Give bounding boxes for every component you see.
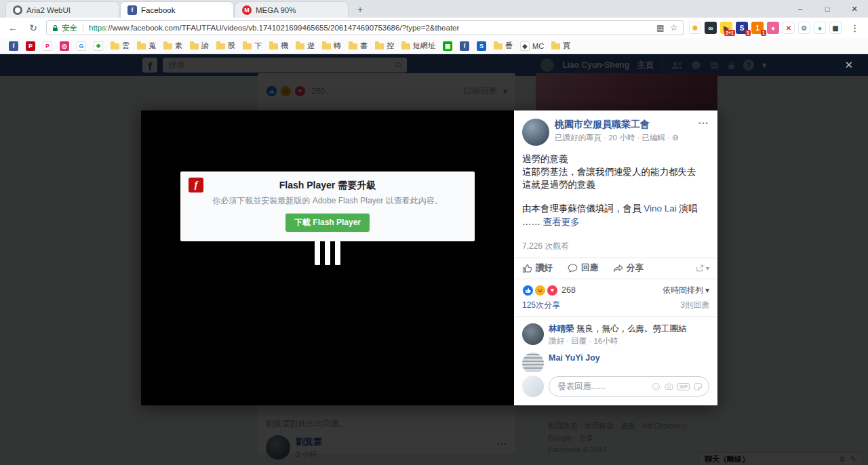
close-window-button[interactable]: ✕ (841, 0, 868, 18)
commenter-avatar[interactable] (522, 323, 544, 345)
bookmark-item[interactable]: 下 (239, 41, 265, 51)
tab-favicon (13, 5, 22, 15)
folder-icon (163, 43, 172, 49)
video-player[interactable]: f Flash Player 需要升級 你必須下載並安裝最新版的 Adobe F… (141, 110, 514, 405)
extension-icon[interactable]: S1 (736, 22, 748, 34)
extension-icon[interactable]: ✕ (783, 22, 795, 34)
extension-icon[interactable]: ⚙ (798, 22, 810, 34)
commenter-name-link[interactable]: Mai YuYi Joy (549, 353, 600, 363)
browser-tab[interactable]: Aria2 WebUI (5, 1, 119, 18)
commenter-avatar[interactable] (522, 352, 544, 371)
comment-sort-dropdown[interactable]: 依時間排列 ▾ (663, 285, 709, 296)
maximize-button[interactable]: □ (814, 0, 841, 18)
bookmark-item[interactable]: S (473, 41, 490, 51)
bookmark-item[interactable]: 股 (213, 41, 239, 51)
extension-icon[interactable]: ∞ (705, 22, 717, 34)
folder-icon (296, 43, 304, 49)
see-more-link[interactable]: 查看更多 (543, 217, 580, 227)
extension-icon[interactable]: 11 (751, 22, 764, 34)
bookmark-star-icon[interactable]: ☆ (670, 23, 677, 33)
bookmark-item[interactable]: 買 (548, 41, 574, 51)
love-reaction-icon: ♥ (547, 285, 558, 296)
bookmark-favicon: P (43, 41, 52, 51)
close-theater-button[interactable]: ✕ (844, 60, 853, 70)
extension-icon[interactable]: ● (814, 22, 826, 34)
back-button[interactable]: ← (5, 22, 20, 33)
commenter-name-link[interactable]: 林晴榮 (549, 324, 574, 333)
bookmark-label: 短網址 (413, 41, 435, 51)
bookmark-item[interactable]: ◆MC (517, 41, 547, 51)
bookmark-item[interactable]: 遊 (292, 41, 318, 51)
bookmark-label: 雲 (122, 41, 130, 51)
share-count-link[interactable]: 125次分享 (522, 300, 560, 311)
privacy-globe-icon (672, 134, 679, 141)
extension-icon[interactable]: ♦ (767, 22, 779, 34)
bookmark-item[interactable]: 雲 (107, 41, 133, 51)
bookmark-item[interactable]: 控 (372, 41, 397, 51)
extension-icon[interactable]: ✱ (689, 22, 701, 34)
loading-indicator (315, 241, 340, 265)
page-action-icon[interactable]: ▦ (656, 23, 664, 33)
bookmark-item[interactable]: P (39, 41, 56, 51)
bookmark-item[interactable]: 轉 (319, 41, 344, 51)
reaction-count-link[interactable]: 268 (561, 285, 576, 295)
bookmark-item[interactable]: 書 (345, 41, 371, 51)
security-label[interactable]: 安全 (62, 23, 77, 33)
new-tab-button[interactable]: + (352, 3, 368, 16)
loading-bar (335, 241, 340, 265)
post-credit-line: 由本會理事蘇倍儀填詞，會員 Vino Lai 演唱 (522, 202, 709, 215)
bookmark-item[interactable]: 番 (490, 41, 516, 51)
bookmark-item[interactable]: G (73, 41, 90, 51)
singer-profile-link[interactable]: Vino Lai (644, 203, 677, 214)
extension-icon[interactable]: ▶2+1 (720, 22, 732, 34)
browser-tab[interactable]: fFacebook (120, 1, 234, 18)
post-text-lines: 過勞的意義這部勞基法，會讓我們連愛人的能力都失去這就是過勞的意義 (522, 153, 709, 191)
folder-icon (111, 43, 119, 49)
facebook-page: f 搜尋 Liao Cyun-Sheng 主頁 (0, 54, 868, 465)
minimize-button[interactable]: – (787, 0, 814, 18)
folder-icon (190, 43, 199, 49)
bookmark-item[interactable]: 機 (266, 41, 292, 51)
bookmark-item[interactable]: 諭 (186, 41, 212, 51)
bookmark-item[interactable]: P (22, 41, 39, 51)
post-menu-button[interactable]: … (698, 115, 709, 127)
comment-input[interactable]: 發表回應...... GIF (549, 376, 709, 397)
page-avatar[interactable] (522, 119, 549, 146)
bookmark-item[interactable]: 蒐 (134, 41, 159, 51)
share-options-caret: ▾ (706, 264, 709, 272)
sticker-icon[interactable] (694, 382, 703, 391)
share-button[interactable]: 分享 (613, 262, 644, 274)
page-name-link[interactable]: 桃園市空服員職業工會 (555, 119, 679, 131)
reload-button[interactable]: ↻ (26, 22, 41, 33)
gif-icon[interactable]: GIF (677, 383, 690, 390)
bookmark-item[interactable]: 短網址 (398, 41, 439, 51)
download-flash-button[interactable]: 下載 Flash Player (285, 214, 370, 232)
folder-icon (269, 43, 278, 49)
post-meta: 已讚好的專頁 · 20 小時 · 已編輯 · (555, 133, 670, 143)
camera-icon[interactable] (665, 382, 673, 391)
bookmark-item[interactable]: ◎ (56, 41, 73, 51)
flash-notice-description: 你必須下載並安裝最新版的 Adobe Flash Player 以查看此內容。 (197, 195, 458, 207)
comment-count-link[interactable]: 3則回應 (680, 300, 709, 311)
bookmark-item[interactable]: f (5, 41, 22, 51)
comment-button[interactable]: 回應 (568, 262, 598, 274)
bookmark-item[interactable]: 素 (160, 41, 186, 51)
bookmark-favicon: S (477, 41, 486, 51)
like-button[interactable]: 讚好 (522, 262, 553, 274)
folder-icon (322, 43, 331, 49)
folder-icon (243, 43, 252, 49)
flash-upgrade-notice: f Flash Player 需要升級 你必須下載並安裝最新版的 Adobe F… (180, 171, 475, 241)
post-header: 桃園市空服員職業工會 已讚好的專頁 · 20 小時 · 已編輯 · … (514, 110, 717, 148)
extension-icon[interactable]: ▦ (829, 22, 842, 34)
browser-menu-icon[interactable]: ⋮ (847, 23, 863, 33)
browser-tab[interactable]: MMEGA 90% (235, 1, 349, 18)
emoji-icon[interactable] (652, 382, 660, 391)
bookmark-item[interactable]: f (456, 41, 473, 51)
bookmark-item[interactable]: ❖ (90, 41, 106, 51)
folder-icon (375, 43, 384, 49)
bookmark-item[interactable]: ▣ (439, 41, 456, 51)
comment-actions[interactable]: 讚好 · 回覆 · 16小時 (549, 336, 686, 346)
share-options-button[interactable]: ▾ (696, 264, 709, 272)
address-bar[interactable]: 安全 | https://www.facebook.com/TFAUTFAU/v… (46, 20, 684, 35)
external-share-icon (696, 264, 704, 272)
